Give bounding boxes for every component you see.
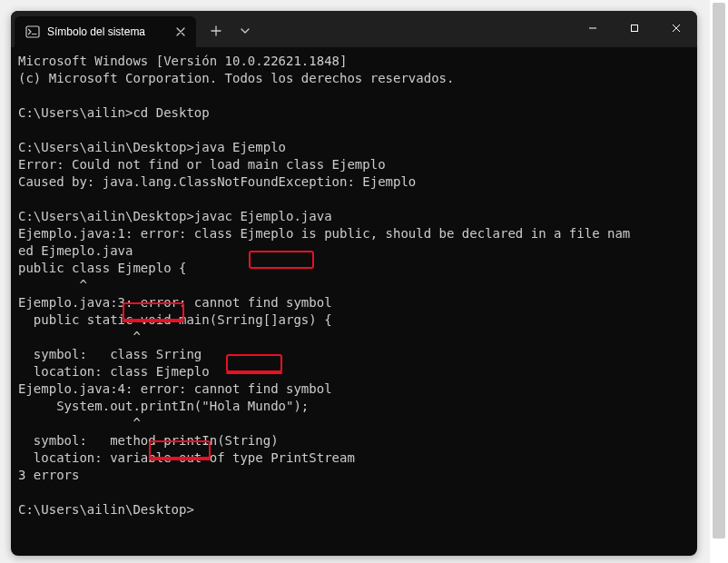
terminal-line: location: variable out of type PrintStre… (18, 449, 690, 467)
terminal-line: location: class Ejmeplo (18, 363, 690, 380)
terminal-line: ^ (18, 277, 690, 294)
terminal-line: System.out.printIn("Hola Mundo"); (18, 398, 690, 415)
tab-close-button[interactable] (172, 24, 189, 40)
terminal-line: C:\Users\ailin\Desktop>javac Ejemplo.jav… (18, 208, 690, 225)
terminal-line: ^ (18, 329, 690, 346)
terminal-line: 3 errors (18, 467, 690, 484)
window-controls (572, 11, 697, 47)
terminal-line: (c) Microsoft Corporation. Todos los der… (18, 70, 690, 87)
terminal-line: Ejemplo.java:3: error: cannot find symbo… (18, 294, 690, 311)
titlebar: Símbolo del sistema (11, 11, 697, 47)
terminal-line: Microsoft Windows [Versión 10.0.22621.18… (18, 53, 690, 70)
cmd-icon (25, 25, 40, 39)
terminal-line: ed Ejmeplo.java (18, 242, 690, 260)
terminal-line: Error: Could not find or load main class… (18, 156, 690, 173)
terminal-line: C:\Users\ailin\Desktop>java Ejemplo (18, 139, 690, 156)
terminal-line (18, 191, 690, 208)
tab-actions (202, 11, 260, 47)
terminal-output[interactable]: Microsoft Windows [Versión 10.0.22621.18… (11, 47, 697, 556)
maximize-button[interactable] (614, 11, 655, 45)
terminal-line: Ejemplo.java:1: error: class Ejmeplo is … (18, 225, 690, 242)
terminal-line: Ejemplo.java:4: error: cannot find symbo… (18, 380, 690, 398)
minimize-button[interactable] (572, 11, 614, 45)
terminal-line: symbol: class Srring (18, 346, 690, 363)
terminal-line: public static void main(Srring[]args) { (18, 311, 690, 329)
terminal-window: Símbolo del sistema Micros (11, 11, 697, 556)
tab-cmd[interactable]: Símbolo del sistema (15, 16, 196, 47)
terminal-line: public class Ejmeplo { (18, 260, 690, 277)
tab-dropdown-button[interactable] (231, 16, 260, 45)
svg-rect-0 (26, 26, 39, 37)
close-button[interactable] (655, 11, 697, 45)
terminal-line: C:\Users\ailin\Desktop> (18, 501, 690, 519)
tab-title: Símbolo del sistema (47, 25, 165, 38)
terminal-line (18, 484, 690, 501)
terminal-line: ^ (18, 415, 690, 432)
new-tab-button[interactable] (202, 16, 231, 45)
terminal-line (18, 122, 690, 139)
svg-rect-3 (632, 25, 638, 32)
terminal-line: Caused by: java.lang.ClassNotFoundExcept… (18, 173, 690, 191)
terminal-line: symbol: method printIn(String) (18, 432, 690, 449)
page-scrollbar-thumb[interactable] (713, 3, 725, 538)
page-scrollbar-track[interactable] (710, 0, 728, 563)
terminal-line (18, 87, 690, 104)
terminal-line: C:\Users\ailin>cd Desktop (18, 104, 690, 122)
